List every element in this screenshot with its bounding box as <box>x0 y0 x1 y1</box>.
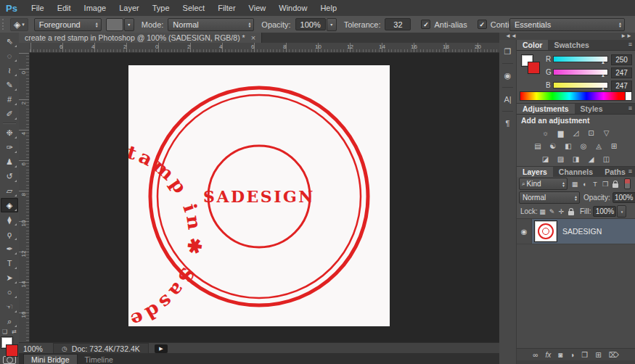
collapse-dock-icon[interactable]: ►► <box>620 33 632 39</box>
layer-style-icon[interactable]: fx <box>545 351 551 359</box>
history-panel-icon[interactable]: ❐ <box>500 43 515 60</box>
ruler-corner[interactable] <box>19 43 30 53</box>
layers-opacity-input[interactable]: 100% <box>613 192 635 203</box>
paint-bucket-tool[interactable]: ◈ <box>1 198 18 212</box>
eyedropper-tool[interactable]: ✐ <box>1 107 18 121</box>
history-brush-tool[interactable]: ↺ <box>1 169 18 183</box>
path-selection-tool[interactable]: ➤ <box>1 270 18 285</box>
zoom-level-input[interactable]: 100% <box>23 344 43 353</box>
brush-tool[interactable]: ✑ <box>1 140 18 154</box>
hand-tool[interactable]: ☜ <box>1 299 18 314</box>
color-spectrum-ramp[interactable] <box>520 91 628 101</box>
eraser-tool[interactable]: ▱ <box>1 183 18 198</box>
lasso-tool[interactable]: ≀ <box>1 63 18 78</box>
levels-icon[interactable]: ▆ <box>555 128 567 138</box>
blend-mode-select[interactable]: Normal ▲▼ <box>519 191 580 204</box>
selective-color-icon[interactable]: ◫ <box>601 154 613 164</box>
layer-filter-toggle[interactable] <box>624 178 631 189</box>
panel-menu-icon[interactable]: ≡ <box>628 104 632 112</box>
slider-thumb-icon[interactable]: ▲ <box>601 86 605 91</box>
mode-select[interactable]: Normal ▲▼ <box>168 18 254 31</box>
gradient-map-icon[interactable]: ◢ <box>586 154 597 164</box>
lock-pixels-icon[interactable]: ✎ <box>547 207 557 216</box>
menu-window[interactable]: Window <box>272 4 314 12</box>
clone-stamp-tool[interactable]: ♟ <box>1 154 18 169</box>
pattern-well[interactable] <box>106 18 123 31</box>
status-expand-button[interactable]: ▶ <box>155 344 168 353</box>
menu-help[interactable]: Help <box>314 4 343 12</box>
opacity-caret-button[interactable]: ▾ <box>327 18 337 31</box>
layer-thumbnail[interactable] <box>535 221 557 241</box>
black-white-icon[interactable]: ◧ <box>562 141 574 151</box>
default-colors-icon[interactable]: ❏ <box>2 328 7 335</box>
panel-menu-icon[interactable]: ≡ <box>628 167 632 175</box>
delete-layer-icon[interactable]: ⌦ <box>609 351 619 359</box>
filter-pixel-layers-icon[interactable]: ▦ <box>570 179 580 189</box>
character-panel-icon[interactable]: A| <box>500 91 515 108</box>
layer-mask-icon[interactable]: ◙ <box>558 351 562 359</box>
quick-selection-tool[interactable]: ✎ <box>1 78 18 92</box>
tab-paths[interactable]: Paths <box>599 167 631 177</box>
background-color-swatch[interactable] <box>6 344 18 357</box>
tool-preset-picker[interactable]: ◈ ▾ <box>10 18 28 31</box>
tab-color[interactable]: Color <box>517 40 548 50</box>
zoom-tool[interactable]: ⌕ <box>1 314 18 328</box>
opacity-input[interactable]: 100% <box>295 18 326 30</box>
elliptical-marquee-tool[interactable]: ◌ <box>1 49 18 63</box>
pen-tool[interactable]: ✒ <box>1 241 18 256</box>
options-grip[interactable] <box>2 19 6 30</box>
lock-position-icon[interactable]: ✛ <box>557 207 566 216</box>
pattern-caret-button[interactable]: ▾ <box>124 18 134 31</box>
fill-caret[interactable]: ▾ <box>617 205 626 218</box>
filter-type-layers-icon[interactable]: T <box>590 179 600 189</box>
threshold-icon[interactable]: ◨ <box>570 154 582 164</box>
tolerance-input[interactable]: 32 <box>385 18 411 30</box>
photo-filter-icon[interactable]: ◎ <box>578 141 589 151</box>
properties-panel-icon[interactable]: ◉ <box>500 67 515 84</box>
menu-select[interactable]: Select <box>176 4 212 12</box>
tab-layers[interactable]: Layers <box>517 167 553 177</box>
document-info[interactable]: ◷ Doc: 732.4K/732.4K <box>53 343 149 354</box>
collapse-panels-icon[interactable]: ◄◄ <box>505 33 517 39</box>
color-balance-icon[interactable]: ☯ <box>547 141 559 151</box>
menu-layer[interactable]: Layer <box>112 4 146 12</box>
lock-all-icon[interactable] <box>568 211 574 215</box>
workspace-select[interactable]: Essentials ▲▼ <box>509 18 625 31</box>
menu-file[interactable]: File <box>25 4 51 12</box>
blur-tool[interactable]: ⧫ <box>1 212 18 227</box>
channel-slider[interactable] <box>553 56 608 62</box>
spectrum-white-swatch[interactable] <box>625 91 632 101</box>
swap-colors-icon[interactable]: ⇄ <box>12 328 17 335</box>
canvas[interactable]: ✱ Sasdesign ✱ create a red Stamp in SADE… <box>128 65 390 326</box>
channel-mixer-icon[interactable]: ◬ <box>593 141 605 151</box>
background-color-swatch[interactable] <box>528 62 540 74</box>
vibrance-icon[interactable]: ▽ <box>601 128 613 138</box>
tab-channels[interactable]: Channels <box>553 167 599 177</box>
close-icon[interactable]: × <box>251 33 255 42</box>
slider-thumb-icon[interactable]: ▲ <box>601 73 605 78</box>
crop-tool[interactable]: # <box>1 92 18 107</box>
posterize-icon[interactable]: ▨ <box>555 154 567 164</box>
curves-icon[interactable]: ◿ <box>570 128 582 138</box>
invert-icon[interactable]: ◪ <box>540 154 552 164</box>
checkbox-box-anti-alias[interactable]: ✓ <box>421 20 430 29</box>
move-tool[interactable]: ⇖ <box>1 34 18 49</box>
bottom-tab-mini-bridge[interactable]: Mini Bridge <box>23 354 78 364</box>
fill-input[interactable]: 100% <box>593 206 616 217</box>
tab-styles[interactable]: Styles <box>575 104 609 114</box>
layer-row-body[interactable]: SADESIGN <box>532 219 635 244</box>
document-tab[interactable]: create a red stamp in Photoshop @ 100% (… <box>19 33 262 43</box>
quick-mask-button[interactable] <box>3 356 16 364</box>
ruler-left[interactable]: 024681012141618 <box>19 52 30 342</box>
checkbox-box-contiguous[interactable]: ✓ <box>478 20 487 29</box>
ruler-top[interactable]: 6420246810121416182022 <box>29 43 499 53</box>
slider-thumb-icon[interactable]: ▲ <box>601 60 605 65</box>
filter-shape-layers-icon[interactable]: ❒ <box>600 179 610 189</box>
checkbox-anti-alias[interactable]: ✓Anti-alias <box>421 20 467 29</box>
link-layers-icon[interactable]: ∞ <box>533 351 538 359</box>
tab-swatches[interactable]: Swatches <box>548 40 594 50</box>
new-adjustment-layer-icon[interactable]: ◑ <box>570 351 574 359</box>
lock-transparency-icon[interactable]: ▦ <box>538 207 547 216</box>
menu-image[interactable]: Image <box>78 4 113 12</box>
paragraph-panel-icon[interactable]: ¶ <box>500 115 515 132</box>
